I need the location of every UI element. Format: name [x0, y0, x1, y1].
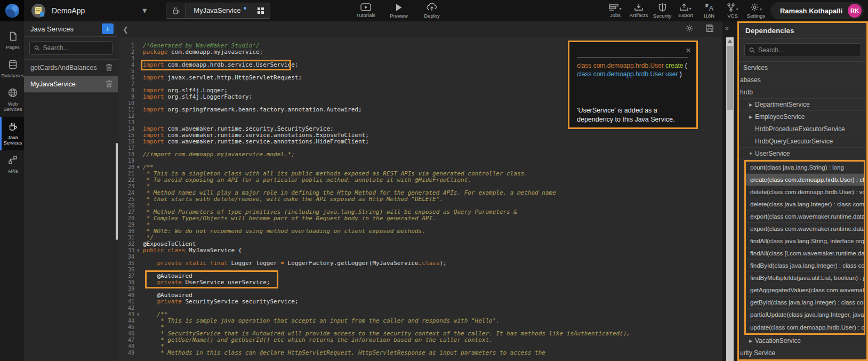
dependency-tree-item[interactable]: hrdb	[739, 86, 866, 99]
add-service-button[interactable]: +	[102, 23, 114, 34]
dependency-tree-item[interactable]: HrdbQueryExecutorService	[739, 135, 866, 148]
code-line[interactable]: 19	[118, 158, 722, 164]
code-line[interactable]: 49 * Methods in this class can declare H…	[118, 350, 722, 356]
code-line[interactable]: 35 private static final Logger logger = …	[118, 260, 722, 267]
method-list-item[interactable]: getAggregatedValues(class com.wavemak	[746, 284, 864, 296]
settings-button[interactable]: ▾Settings	[746, 3, 766, 19]
method-list-item[interactable]: findAll(class java.lang.String, interfac…	[746, 235, 864, 247]
security-button[interactable]: Security	[653, 3, 672, 19]
code-line[interactable]: 28 * Complex Types/Objects will become p…	[118, 215, 722, 222]
method-label: findAll(class java.lang.String, interfac…	[750, 238, 864, 244]
fold-arrow-icon[interactable]: ▼	[134, 164, 142, 171]
method-list-item[interactable]: create(class com.demoapp.hrdb.User) : cl…	[746, 174, 864, 186]
code-line[interactable]: 22 * To avoid exposing an API for a part…	[118, 177, 722, 183]
chevron-right-icon[interactable]: ▶	[746, 102, 755, 107]
trash-icon[interactable]	[106, 80, 112, 89]
line-number: 5	[118, 68, 134, 75]
grid-view-icon[interactable]	[252, 3, 270, 18]
method-list-item[interactable]: count(class java.lang.String) : long	[746, 162, 864, 174]
code-line[interactable]: 30 * NOTE: We do not recommend using met…	[118, 228, 722, 235]
dependency-tree-item[interactable]: ▶DepartmentService	[739, 99, 866, 111]
chevron-down-icon[interactable]: ▾	[142, 5, 147, 15]
services-search-box[interactable]	[29, 41, 112, 55]
dependency-tree-item[interactable]: abases	[739, 74, 866, 86]
trash-icon[interactable]	[106, 63, 112, 73]
tutorials-button[interactable]: Tutorials	[356, 0, 375, 21]
code-line[interactable]: 33▼public class MyJavaService {	[118, 247, 722, 254]
code-line[interactable]: 44 * This is sample java operation that …	[118, 318, 722, 324]
save-icon[interactable]	[705, 24, 714, 35]
user-menu[interactable]: Ramesh Kothapalli RK	[770, 2, 864, 19]
vcs-button[interactable]: ▾VCS	[723, 3, 742, 19]
line-number: 45	[118, 324, 134, 331]
dependency-tree-item[interactable]: ▶EmployeeService	[739, 111, 866, 123]
code-line[interactable]: 36	[118, 267, 722, 273]
avatar[interactable]: RK	[848, 4, 862, 18]
code-line[interactable]: 38 private UserService userService;	[118, 279, 722, 286]
artifacts-button[interactable]: Artifacts	[629, 3, 648, 18]
action-label: Settings	[747, 13, 765, 19]
collapse-left-panel-icon[interactable]: ❮	[119, 25, 132, 35]
wavemaker-logo[interactable]	[0, 0, 24, 21]
code-text: public class MyJavaService {	[142, 247, 242, 254]
code-line[interactable]: 47 * getUserName() and getUserId() etc w…	[118, 337, 722, 343]
code-line[interactable]: 31 */	[118, 235, 722, 241]
export-button[interactable]: ▾Export	[676, 3, 695, 18]
code-line[interactable]: 42	[118, 305, 722, 311]
scrollbar-up-arrow[interactable]	[728, 39, 732, 43]
sidebar-item-java-services[interactable]: Java Services	[0, 117, 24, 150]
deploy-button[interactable]: Deploy	[422, 0, 441, 21]
services-search-input[interactable]	[43, 44, 108, 52]
method-list-item[interactable]: export(class com.wavemaker.runtime.data	[746, 223, 864, 235]
dependency-tree-item[interactable]: ▶VacationService	[739, 335, 866, 347]
code-line[interactable]: 39	[118, 286, 722, 292]
fold-gutter	[134, 171, 142, 177]
dependency-tree-item[interactable]: urity Service	[739, 347, 866, 359]
sidebar-item-databases[interactable]: Databases	[0, 55, 24, 83]
code-line[interactable]: 18//import com.demoapp.myjavaservice.mod…	[118, 151, 722, 158]
chevron-right-icon[interactable]: ▶	[746, 115, 755, 119]
jobs-button[interactable]: ▾Jobs	[606, 4, 625, 18]
chevron-down-icon[interactable]: ▼	[746, 151, 755, 156]
method-list-item[interactable]: delete(class java.lang.Integer) : class …	[746, 198, 864, 211]
dependency-tree-item[interactable]: HrdbProcedureExecutorService	[739, 123, 866, 135]
method-list-item[interactable]: findAll(class [Lcom.wavemaker.runtime.da	[746, 247, 864, 260]
tab-title[interactable]: MyJavaService	[186, 3, 244, 18]
project-switcher[interactable]: DemoApp ▾	[24, 0, 154, 21]
open-file-tab[interactable]: MyJavaService	[166, 3, 270, 19]
fold-gutter	[134, 299, 142, 305]
line-number: 10	[118, 100, 134, 107]
chevron-right-icon[interactable]: ▶	[746, 339, 755, 343]
method-list-item[interactable]: findById(class java.lang.Integer) : clas…	[746, 260, 864, 272]
line-number: 46	[118, 331, 134, 337]
preview-button[interactable]: Preview	[389, 0, 408, 21]
dependencies-search-input[interactable]	[758, 46, 856, 54]
close-icon[interactable]: ×	[686, 45, 691, 56]
fold-arrow-icon[interactable]: ▼	[134, 311, 142, 318]
method-list-item[interactable]: getById(class java.lang.Integer) : class…	[746, 296, 864, 309]
method-list-item[interactable]: findByMultipleIds(java.util.List, boolea…	[746, 272, 864, 284]
editor-settings-gear-icon[interactable]	[685, 24, 694, 35]
vertical-scrollbar[interactable]	[726, 37, 734, 361]
code-line[interactable]: 16import com.wavemaker.runtime.service.a…	[118, 139, 722, 145]
dependency-tree-item[interactable]: Services	[739, 62, 866, 74]
method-list-item[interactable]: partialUpdate(class java.lang.Integer, j…	[746, 309, 864, 321]
sidebar-item-pages[interactable]: Pages	[0, 27, 24, 55]
sidebar-item-web-services[interactable]: Web Services	[0, 83, 24, 117]
service-list-item[interactable]: getCardsAndBalances	[24, 60, 118, 76]
fold-gutter	[134, 113, 142, 119]
code-line[interactable]: 25 * that starts with delete/remove, wil…	[118, 196, 722, 203]
i18n-button[interactable]: AI18N	[700, 3, 719, 19]
dependency-tree-item[interactable]: ▼UserService	[739, 148, 866, 160]
sidebar-item-apis[interactable]: APIs	[0, 150, 24, 179]
scrollbar-thumb[interactable]	[727, 46, 733, 110]
expand-right-panel-icon[interactable]: »	[725, 25, 729, 32]
service-list-item[interactable]: MyJavaService	[24, 76, 118, 93]
method-list-item[interactable]: delete(class com.demoapp.hrdb.User) : vo	[746, 186, 864, 198]
dependencies-search-box[interactable]	[744, 43, 861, 57]
code-line[interactable]: 41 private SecurityService securityServi…	[118, 299, 722, 305]
fold-arrow-icon[interactable]: ▼	[134, 247, 142, 254]
services-scrollbar-thumb[interactable]	[116, 143, 118, 240]
method-list-item[interactable]: update(class com.demoapp.hrdb.User) : cl	[746, 321, 864, 333]
method-list-item[interactable]: export(class com.wavemaker.runtime.data	[746, 211, 864, 223]
